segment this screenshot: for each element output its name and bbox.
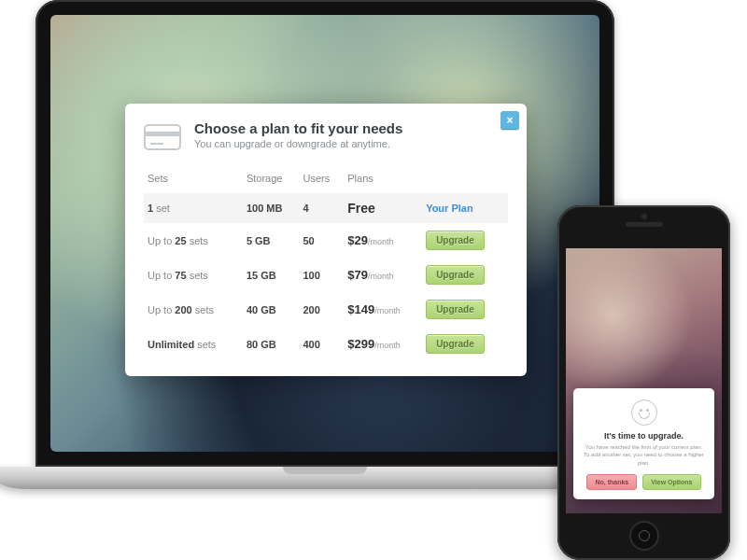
- prompt-actions: No, thanks View Options: [583, 474, 705, 490]
- modal-title: Choose a plan to fit your needs: [194, 120, 402, 136]
- prompt-title: It's time to upgrade.: [583, 431, 705, 441]
- col-sets: Sets: [144, 167, 243, 193]
- col-plans: Plans: [344, 167, 422, 193]
- home-button[interactable]: [629, 521, 659, 551]
- upgrade-button[interactable]: Upgrade: [426, 300, 485, 319]
- upgrade-button[interactable]: Upgrade: [426, 334, 485, 354]
- modal-heading-group: Choose a plan to fit your needs You can …: [194, 120, 402, 150]
- table-header-row: Sets Storage Users Plans: [144, 167, 508, 193]
- no-thanks-button[interactable]: No, thanks: [586, 474, 637, 490]
- table-row: Up to 75 sets 15 GB 100 $79/month Upgrad…: [144, 258, 508, 292]
- close-icon: ×: [506, 114, 513, 127]
- upgrade-prompt-modal: It's time to upgrade. You have reached t…: [573, 388, 714, 499]
- laptop-screen: × Choose a plan to fit your needs You ca…: [50, 15, 599, 452]
- laptop-mockup: × Choose a plan to fit your needs You ca…: [35, 0, 614, 504]
- table-row: 1 set 100 MB 4 Free Your Plan: [144, 193, 508, 223]
- price-value: Free: [347, 201, 375, 216]
- phone-mockup: It's time to upgrade. You have reached t…: [557, 205, 730, 560]
- current-plan-marker: Your Plan: [426, 203, 473, 214]
- pricing-modal: × Choose a plan to fit your needs You ca…: [125, 104, 527, 376]
- col-storage: Storage: [243, 167, 300, 193]
- upgrade-button[interactable]: Upgrade: [426, 231, 485, 250]
- modal-header: Choose a plan to fit your needs You can …: [144, 120, 508, 150]
- credit-card-icon: [144, 124, 181, 150]
- users-value: 4: [303, 203, 308, 214]
- view-options-button[interactable]: View Options: [642, 474, 700, 490]
- modal-subtitle: You can upgrade or downgrade at anytime.: [194, 138, 402, 149]
- plans-table: Sets Storage Users Plans 1 set 100 MB 4: [144, 167, 508, 361]
- table-row: Unlimited sets 80 GB 400 $299/month Upgr…: [144, 327, 508, 361]
- col-users: Users: [299, 167, 344, 193]
- smiley-icon: [631, 399, 657, 426]
- storage-value: 100 MB: [247, 203, 283, 214]
- table-row: Up to 200 sets 40 GB 200 $149/month Upgr…: [144, 292, 508, 327]
- phone-screen: It's time to upgrade. You have reached t…: [566, 248, 722, 513]
- upgrade-button[interactable]: Upgrade: [426, 265, 485, 285]
- prompt-body: You have reached the limit of your curre…: [583, 443, 705, 467]
- table-row: Up to 25 sets 5 GB 50 $29/month Upgrade: [144, 223, 508, 258]
- laptop-bezel: × Choose a plan to fit your needs You ca…: [35, 0, 614, 467]
- close-button[interactable]: ×: [500, 111, 519, 130]
